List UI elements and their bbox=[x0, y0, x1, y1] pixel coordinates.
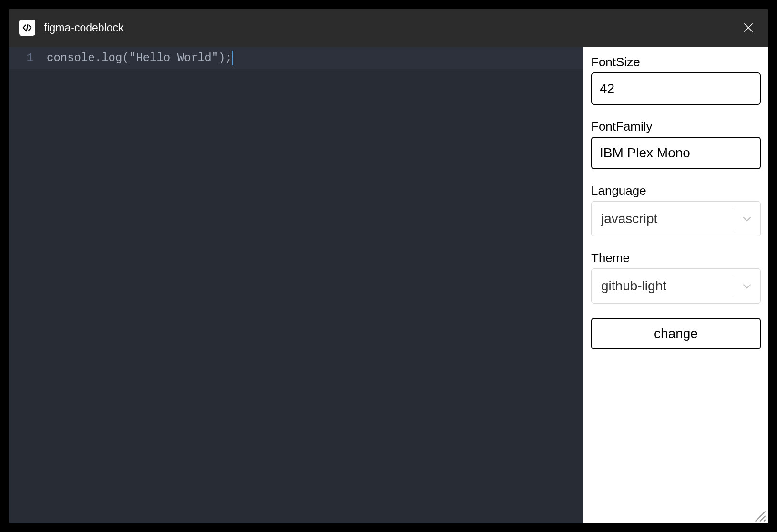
svg-line-3 bbox=[756, 512, 766, 522]
fontfamily-label: FontFamily bbox=[591, 119, 761, 134]
theme-field: Theme github-light bbox=[591, 251, 761, 304]
code-text: console.log("Hello World"); bbox=[47, 51, 232, 64]
language-label: Language bbox=[591, 184, 761, 198]
line-number: 1 bbox=[9, 50, 47, 66]
code-editor[interactable]: 1 console.log("Hello World"); bbox=[9, 47, 583, 523]
editor-current-line: 1 console.log("Hello World"); bbox=[9, 47, 583, 69]
language-value: javascript bbox=[592, 211, 733, 226]
fontfamily-input[interactable] bbox=[591, 137, 761, 169]
svg-line-0 bbox=[27, 24, 28, 31]
text-cursor bbox=[232, 51, 233, 65]
titlebar: figma-codeblock bbox=[9, 9, 768, 47]
fontsize-input[interactable] bbox=[591, 72, 761, 105]
language-chevron bbox=[733, 208, 760, 230]
svg-line-4 bbox=[760, 516, 766, 522]
theme-label: Theme bbox=[591, 251, 761, 266]
settings-panel: FontSize FontFamily Language javascript bbox=[583, 47, 768, 523]
theme-select[interactable]: github-light bbox=[591, 268, 761, 304]
chevron-down-icon bbox=[741, 213, 753, 225]
change-button[interactable]: change bbox=[591, 318, 761, 349]
close-icon bbox=[742, 21, 755, 34]
content-area: 1 console.log("Hello World"); FontSize F… bbox=[9, 47, 768, 523]
close-button[interactable] bbox=[739, 18, 758, 37]
app-title: figma-codeblock bbox=[44, 21, 123, 34]
language-field: Language javascript bbox=[591, 184, 761, 236]
code-content: console.log("Hello World"); bbox=[47, 50, 233, 66]
code-icon bbox=[22, 22, 32, 33]
theme-chevron bbox=[733, 275, 760, 297]
app-icon bbox=[19, 20, 35, 36]
svg-line-5 bbox=[764, 520, 766, 522]
resize-handle bbox=[753, 509, 767, 522]
chevron-down-icon bbox=[741, 280, 753, 292]
fontsize-field: FontSize bbox=[591, 55, 761, 105]
fontsize-label: FontSize bbox=[591, 55, 761, 70]
plugin-window: figma-codeblock 1 console.log("Hello Wor… bbox=[9, 9, 768, 523]
resize-grip-icon bbox=[753, 509, 767, 522]
titlebar-left: figma-codeblock bbox=[19, 20, 123, 36]
theme-value: github-light bbox=[592, 278, 733, 294]
fontfamily-field: FontFamily bbox=[591, 119, 761, 169]
language-select[interactable]: javascript bbox=[591, 201, 761, 236]
